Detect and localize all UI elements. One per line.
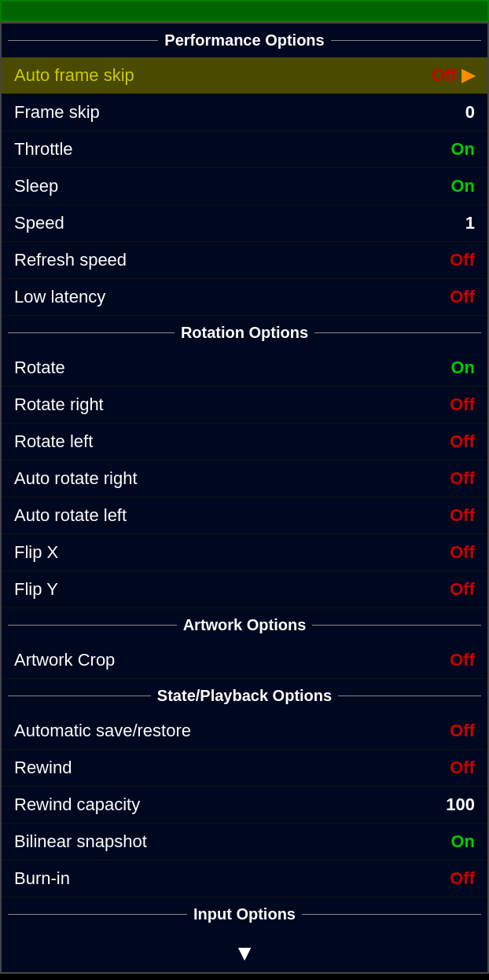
label-frame-skip: Frame skip bbox=[14, 102, 100, 123]
row-rotate-right[interactable]: Rotate rightOff bbox=[2, 387, 487, 424]
section-header-state-playback: State/Playback Options bbox=[2, 679, 487, 713]
row-rotate[interactable]: RotateOn bbox=[2, 350, 487, 387]
row-burn-in[interactable]: Burn-inOff bbox=[2, 861, 487, 897]
row-bilinear-snapshot[interactable]: Bilinear snapshotOn bbox=[2, 824, 487, 861]
label-rotate-left: Rotate left bbox=[14, 431, 93, 452]
row-rewind-capacity[interactable]: Rewind capacity100 bbox=[2, 787, 487, 824]
value-rotate-left: Off bbox=[450, 431, 475, 452]
row-auto-save-restore[interactable]: Automatic save/restoreOff bbox=[2, 713, 487, 750]
value-rotate-right: Off bbox=[450, 395, 475, 415]
value-auto-save-restore: Off bbox=[450, 721, 475, 741]
row-sleep[interactable]: SleepOn bbox=[2, 168, 487, 205]
row-rotate-left[interactable]: Rotate leftOff bbox=[2, 424, 487, 461]
row-speed[interactable]: Speed1 bbox=[2, 205, 487, 242]
title-bar bbox=[0, 0, 489, 22]
label-rewind: Rewind bbox=[14, 758, 72, 778]
section-header-rotation: Rotation Options bbox=[2, 316, 487, 350]
value-auto-rotate-right: Off bbox=[450, 468, 475, 489]
section-header-input: Input Options bbox=[2, 897, 487, 931]
label-flip-x: Flip X bbox=[14, 542, 58, 563]
value-flip-y: Off bbox=[450, 579, 475, 600]
value-bilinear-snapshot: On bbox=[450, 831, 475, 852]
label-speed: Speed bbox=[14, 213, 64, 233]
row-low-latency[interactable]: Low latencyOff bbox=[2, 279, 487, 316]
header-line-left bbox=[8, 332, 175, 333]
value-artwork-crop: Off bbox=[450, 650, 475, 670]
label-rotate-right: Rotate right bbox=[14, 395, 104, 415]
header-line-right bbox=[314, 332, 481, 333]
section-label: Performance Options bbox=[164, 31, 324, 50]
header-line-left bbox=[8, 696, 151, 696]
row-artwork-crop[interactable]: Artwork CropOff bbox=[2, 642, 487, 679]
value-low-latency: Off bbox=[450, 287, 475, 307]
row-auto-rotate-left[interactable]: Auto rotate leftOff bbox=[2, 497, 487, 534]
value-rotate: On bbox=[450, 358, 475, 378]
label-refresh-speed: Refresh speed bbox=[14, 250, 127, 270]
value-rewind-capacity: 100 bbox=[446, 795, 475, 815]
row-auto-frame-skip[interactable]: Auto frame skipOff ▶ bbox=[2, 57, 487, 94]
row-flip-y[interactable]: Flip YOff bbox=[2, 571, 487, 608]
label-rotate: Rotate bbox=[14, 358, 65, 378]
row-frame-skip[interactable]: Frame skip0 bbox=[2, 94, 487, 131]
value-auto-frame-skip: Off ▶ bbox=[432, 65, 475, 86]
label-artwork-crop: Artwork Crop bbox=[14, 650, 115, 670]
label-rewind-capacity: Rewind capacity bbox=[14, 795, 140, 815]
value-refresh-speed: Off bbox=[450, 250, 475, 270]
value-rewind: Off bbox=[450, 758, 475, 778]
label-bilinear-snapshot: Bilinear snapshot bbox=[14, 831, 147, 852]
label-sleep: Sleep bbox=[14, 176, 58, 196]
header-line-right bbox=[338, 696, 481, 696]
header-line-left bbox=[8, 914, 187, 915]
label-auto-rotate-left: Auto rotate left bbox=[14, 505, 127, 526]
section-header-performance: Performance Options bbox=[2, 24, 487, 57]
label-auto-rotate-right: Auto rotate right bbox=[14, 468, 138, 489]
value-frame-skip: 0 bbox=[465, 102, 475, 123]
label-low-latency: Low latency bbox=[14, 287, 105, 307]
header-line-right bbox=[312, 625, 481, 626]
header-line-right bbox=[331, 40, 481, 41]
row-throttle[interactable]: ThrottleOn bbox=[2, 131, 487, 168]
label-auto-frame-skip: Auto frame skip bbox=[14, 65, 134, 86]
label-throttle: Throttle bbox=[14, 139, 73, 160]
scroll-down-arrow[interactable]: ▼ bbox=[2, 931, 487, 972]
header-line-right bbox=[302, 914, 481, 915]
row-rewind[interactable]: RewindOff bbox=[2, 750, 487, 787]
value-auto-rotate-left: Off bbox=[450, 505, 475, 526]
label-burn-in: Burn-in bbox=[14, 868, 70, 889]
section-label: Artwork Options bbox=[183, 616, 307, 634]
row-auto-rotate-right[interactable]: Auto rotate rightOff bbox=[2, 461, 487, 497]
header-line-left bbox=[8, 625, 177, 626]
main-content: Performance Options Auto frame skipOff ▶… bbox=[0, 22, 489, 974]
section-header-artwork: Artwork Options bbox=[2, 608, 487, 642]
row-flip-x[interactable]: Flip XOff bbox=[2, 534, 487, 571]
value-flip-x: Off bbox=[450, 542, 475, 563]
section-label: State/Playback Options bbox=[157, 687, 332, 705]
section-label: Rotation Options bbox=[181, 324, 308, 342]
label-auto-save-restore: Automatic save/restore bbox=[14, 721, 191, 741]
value-burn-in: Off bbox=[450, 868, 475, 889]
value-sleep: On bbox=[450, 176, 475, 196]
label-flip-y: Flip Y bbox=[14, 579, 58, 600]
value-speed: 1 bbox=[465, 213, 475, 233]
header-line-left bbox=[8, 40, 158, 41]
value-throttle: On bbox=[450, 139, 475, 160]
row-refresh-speed[interactable]: Refresh speedOff bbox=[2, 242, 487, 279]
section-label: Input Options bbox=[193, 905, 296, 923]
